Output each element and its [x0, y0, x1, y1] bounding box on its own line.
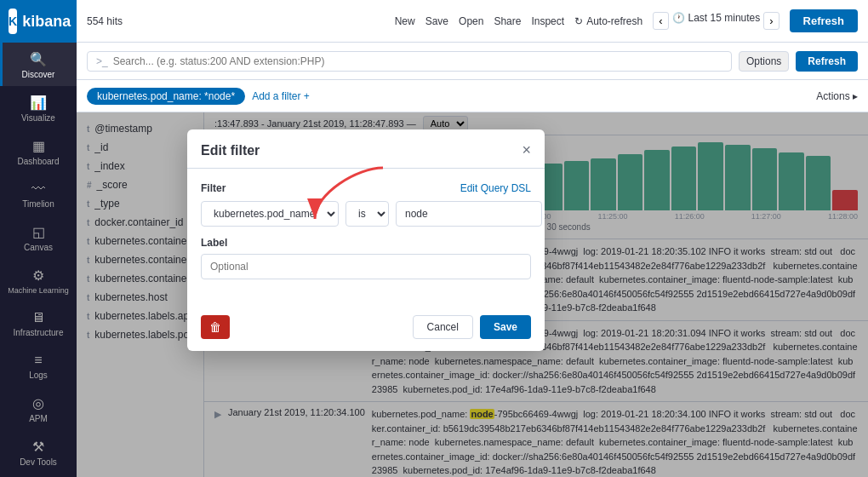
edit-dsl-link[interactable]: Edit Query DSL [460, 182, 531, 194]
sidebar-item-infrastructure[interactable]: 🖥 Infrastructure [0, 302, 77, 344]
time-label: Last 15 minutes [688, 12, 761, 30]
modal-header: Edit filter × [187, 129, 545, 169]
sidebar-item-infrastructure-label: Infrastructure [14, 328, 64, 337]
dashboard-icon: ▦ [32, 138, 45, 154]
search-refresh-button[interactable]: Refresh [796, 51, 858, 72]
edit-filter-modal: Edit filter × Filter Edit Query DSL kube… [187, 129, 545, 351]
sidebar-item-ml[interactable]: ⚙ Machine Learning [0, 259, 77, 302]
sidebar-item-discover-label: Discover [22, 70, 55, 79]
filter-tag-label: kubernetes.pod_name: *node* [97, 90, 235, 102]
time-nav: ‹ 🕐 Last 15 minutes › [653, 12, 779, 30]
modal-footer: 🗑 Cancel Save [187, 307, 545, 351]
cancel-button[interactable]: Cancel [413, 315, 473, 339]
options-button[interactable]: Options [739, 51, 789, 72]
search-input[interactable] [113, 55, 722, 67]
timelion-icon: 〰 [31, 181, 45, 197]
label-section: Label [201, 237, 531, 279]
sidebar-item-logs-label: Logs [29, 371, 48, 380]
modal-title: Edit filter [201, 143, 260, 158]
time-clock-icon: 🕐 [672, 12, 685, 30]
filter-value-input[interactable] [396, 201, 542, 227]
search-prompt-icon: >_ [96, 55, 108, 67]
open-link[interactable]: Open [459, 15, 483, 27]
sidebar: K kibana 🔍 Discover 📊 Visualize ▦ Dashbo… [0, 0, 77, 477]
topbar: 554 hits New Save Open Share Inspect ↻ A… [77, 0, 868, 43]
main-content: 554 hits New Save Open Share Inspect ↻ A… [77, 0, 868, 477]
sidebar-item-ml-label: Machine Learning [8, 286, 69, 295]
logs-icon: ≡ [34, 353, 42, 368]
sidebar-item-dashboard-label: Dashboard [18, 157, 60, 166]
filter-row: kubernetes.pod_name is [201, 201, 531, 227]
filterbar: kubernetes.pod_name: *node* Add a filter… [77, 80, 868, 112]
sidebar-item-logs[interactable]: ≡ Logs [0, 344, 77, 387]
trash-icon: 🗑 [209, 320, 221, 334]
sidebar-item-canvas-label: Canvas [24, 243, 53, 252]
refresh-icon: ↻ [574, 15, 583, 27]
sidebar-item-canvas[interactable]: ◱ Canvas [0, 216, 77, 259]
sidebar-item-monitoring[interactable]: ♡ Monitoring [0, 474, 77, 477]
inspect-link[interactable]: Inspect [531, 15, 564, 27]
app-container: K kibana 🔍 Discover 📊 Visualize ▦ Dashbo… [0, 0, 868, 477]
ml-icon: ⚙ [32, 267, 44, 284]
sidebar-item-visualize[interactable]: 📊 Visualize [0, 86, 77, 129]
infrastructure-icon: 🖥 [31, 310, 45, 325]
searchbar: >_ Options Refresh [77, 43, 868, 80]
sidebar-item-dashboard[interactable]: ▦ Dashboard [0, 129, 77, 173]
sidebar-item-devtools-label: Dev Tools [20, 457, 57, 467]
filter-section-header: Filter Edit Query DSL [201, 182, 531, 194]
modal-close-button[interactable]: × [522, 141, 531, 159]
modal-footer-right: Cancel Save [413, 315, 531, 339]
add-filter-button[interactable]: Add a filter + [252, 90, 310, 102]
save-button[interactable]: Save [480, 315, 531, 339]
operator-select[interactable]: is [345, 201, 389, 227]
kibana-logo-text: kibana [22, 13, 71, 31]
sidebar-logo[interactable]: K kibana [0, 0, 77, 43]
filter-section-label: Filter [201, 182, 226, 194]
content-area: t@timestamp t_id t_index #_score t_type … [77, 112, 868, 477]
field-select[interactable]: kubernetes.pod_name [201, 201, 339, 227]
canvas-icon: ◱ [32, 224, 45, 240]
autorefresh-label: Auto-refresh [586, 15, 642, 27]
delete-filter-button[interactable]: 🗑 [201, 315, 230, 339]
sidebar-item-timelion[interactable]: 〰 Timelion [0, 173, 77, 216]
modal-overlay: Edit filter × Filter Edit Query DSL kube… [77, 112, 868, 477]
actions-menu-button[interactable]: Actions ▸ [816, 90, 858, 102]
kibana-logo-icon: K [9, 9, 17, 34]
sidebar-item-timelion-label: Timelion [22, 199, 54, 209]
sidebar-item-apm[interactable]: ◎ APM [0, 387, 77, 430]
sidebar-item-visualize-label: Visualize [21, 113, 55, 123]
label-input[interactable] [201, 254, 531, 279]
filter-tag-pod-name[interactable]: kubernetes.pod_name: *node* [87, 88, 245, 105]
visualize-icon: 📊 [30, 95, 47, 111]
refresh-button[interactable]: Refresh [790, 9, 858, 32]
time-prev-button[interactable]: ‹ [653, 12, 668, 30]
time-next-button[interactable]: › [763, 12, 779, 30]
modal-body: Filter Edit Query DSL kubernetes.pod_nam… [187, 169, 545, 307]
discover-icon: 🔍 [30, 51, 47, 67]
autorefresh-toggle[interactable]: ↻ Auto-refresh [574, 15, 642, 27]
search-input-wrap: >_ [87, 51, 732, 72]
hits-count: 554 hits [87, 15, 123, 27]
new-link[interactable]: New [395, 15, 415, 27]
sidebar-item-discover[interactable]: 🔍 Discover [0, 43, 77, 86]
sidebar-item-devtools[interactable]: ⚒ Dev Tools [0, 430, 77, 474]
topbar-actions: New Save Open Share Inspect ↻ Auto-refre… [395, 9, 858, 32]
label-section-title: Label [201, 237, 531, 249]
devtools-icon: ⚒ [32, 439, 44, 455]
sidebar-item-apm-label: APM [29, 414, 48, 423]
save-link[interactable]: Save [425, 15, 448, 27]
share-link[interactable]: Share [494, 15, 521, 27]
apm-icon: ◎ [32, 395, 44, 411]
